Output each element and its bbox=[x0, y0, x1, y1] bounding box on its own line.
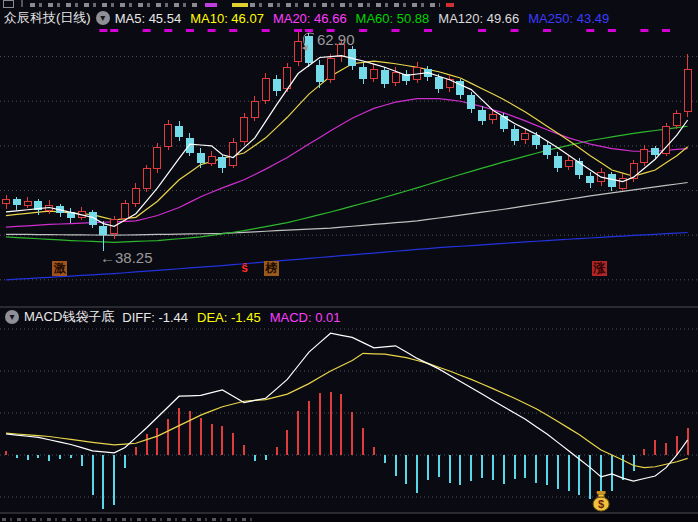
toolbar-separator bbox=[21, 0, 23, 7]
chevron-down-icon[interactable]: ▾ bbox=[96, 11, 110, 25]
money-bag-icon: $ bbox=[593, 491, 609, 511]
macd-legend: DIFF: -1.44DEA: -1.45MACD: 0.01 bbox=[122, 310, 349, 325]
event-badge[interactable]: 涨 bbox=[592, 261, 607, 276]
legend-item: MA120: 49.66 bbox=[438, 11, 519, 26]
ma-legend: MA5: 45.54MA10: 46.07MA20: 46.66MA60: 50… bbox=[115, 11, 619, 26]
svg-text:62.90: 62.90 bbox=[317, 31, 355, 48]
toolbar-fragment-magenta bbox=[205, 3, 217, 7]
legend-item: DEA: -1.45 bbox=[197, 310, 261, 325]
legend-item: MA60: 50.88 bbox=[356, 11, 430, 26]
event-badge[interactable]: 激 bbox=[52, 261, 67, 276]
indicator-title: MACD钱袋子底 bbox=[24, 308, 114, 326]
event-badge[interactable]: 榜 bbox=[264, 261, 279, 276]
stock-app-window: { "header": { "title": "众辰科技(日线)", "drop… bbox=[0, 0, 698, 522]
cutoff-text-fragments bbox=[2, 518, 252, 521]
toolbar-fragment-red bbox=[446, 3, 454, 7]
legend-item: MA20: 46.66 bbox=[273, 11, 347, 26]
chevron-down-icon[interactable]: ▾ bbox=[5, 310, 19, 324]
legend-item: MA250: 43.49 bbox=[528, 11, 609, 26]
svg-text:$: $ bbox=[598, 498, 604, 510]
legend-item: DIFF: -1.44 bbox=[122, 310, 188, 325]
stock-title: 众辰科技(日线) bbox=[4, 9, 91, 27]
legend-item: MA10: 46.07 bbox=[190, 11, 264, 26]
toolbar-text-fragments bbox=[30, 3, 200, 7]
toolbar-text-fragments bbox=[250, 3, 440, 7]
legend-item: MA5: 45.54 bbox=[115, 11, 182, 26]
next-panel-cutoff bbox=[0, 514, 698, 522]
legend-item: MACD: 0.01 bbox=[270, 310, 341, 325]
svg-text:←38.25: ←38.25 bbox=[100, 249, 153, 266]
window-icon bbox=[3, 0, 14, 8]
macd-header: ▾ MACD钱袋子底 DIFF: -1.44DEA: -1.45MACD: 0.… bbox=[0, 308, 698, 326]
macd-panel-chart[interactable]: $ bbox=[0, 326, 698, 512]
toolbar-fragment-yellow bbox=[232, 3, 248, 7]
event-badge[interactable]: ŝ bbox=[237, 261, 252, 276]
chart-header: 众辰科技(日线) ▾ MA5: 45.54MA10: 46.07MA20: 46… bbox=[0, 8, 698, 28]
